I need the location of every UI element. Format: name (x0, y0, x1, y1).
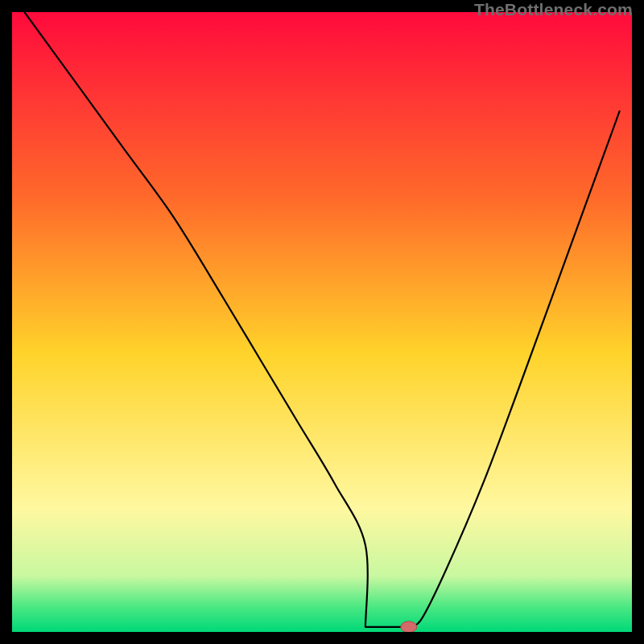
gradient-background (12, 12, 632, 632)
plot-area (12, 12, 632, 632)
optimal-marker (401, 621, 417, 632)
chart-svg (12, 12, 632, 632)
watermark: TheBottleneck.com (474, 0, 633, 19)
